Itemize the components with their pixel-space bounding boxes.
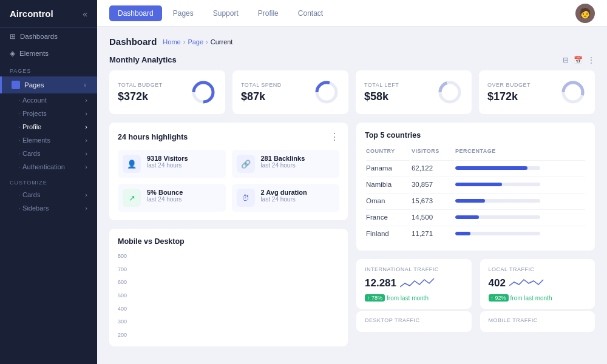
chevron-right-icon: › <box>85 96 87 104</box>
bounce-icon: ↗ <box>123 189 141 207</box>
dashboard-icon: ⊞ <box>10 32 16 41</box>
analytics-header: Monthly Analytics ⊟ 📅 ⋮ <box>109 55 595 64</box>
breadcrumb-page[interactable]: Page <box>188 38 203 46</box>
bar-chart-area: 800 700 600 500 400 300 200 <box>118 253 339 338</box>
more-icon[interactable]: ⋮ <box>588 56 595 64</box>
tab-dashboard[interactable]: Dashboard <box>109 5 162 21</box>
breadcrumb-home[interactable]: Home <box>163 38 180 46</box>
duration-icon: ⏱ <box>237 189 255 207</box>
highlight-backlinks: 🔗 281 Backlinks last 24 hours <box>232 150 340 178</box>
highlights-menu-icon[interactable]: ⋮ <box>330 131 339 143</box>
top-navigation: Dashboard Pages Support Profile Contact … <box>97 0 607 27</box>
tab-support[interactable]: Support <box>205 5 247 21</box>
two-col-section: 24 hours highlights ⋮ 👤 9318 Visitors la… <box>109 123 595 346</box>
tab-profile[interactable]: Profile <box>249 5 287 21</box>
sidebar-item-dashboards[interactable]: ⊞ Dashboards <box>0 28 97 45</box>
collapse-button[interactable]: « <box>83 9 87 19</box>
breadcrumb: Home › Page › Current <box>163 38 232 46</box>
table-row: Panama 62,122 <box>366 160 585 175</box>
sidebar-sub-item-profile[interactable]: · Profile › <box>0 120 97 133</box>
sidebar-sub-item-elements[interactable]: · Elements › <box>0 133 97 147</box>
desktop-mobile-traffic: DESKTOP TRAFFIC MOBILE TRAFFIC <box>356 311 595 332</box>
country-name: Oman <box>366 193 410 208</box>
metric-label: TOTAL BUDGET <box>118 82 163 88</box>
percentage-bar <box>455 177 585 192</box>
y-label: 500 <box>118 292 127 298</box>
pages-icon <box>12 81 20 89</box>
sub-item-label: Profile <box>20 123 85 130</box>
change-label: from last month <box>510 295 552 302</box>
traffic-section: INTERNATIONAL TRAFFIC 12.281 ↑ 78% from … <box>356 259 595 309</box>
metric-value: $372k <box>118 90 163 103</box>
page-title: Dashboard <box>109 36 157 47</box>
highlights-grid: 👤 9318 Visitors last 24 hours 🔗 281 Back… <box>118 150 339 212</box>
percentage-bar <box>455 193 585 208</box>
sidebar-item-pages[interactable]: Pages ∨ <box>0 76 97 93</box>
country-name: Panama <box>366 160 410 175</box>
sidebar-sub-item-cards-customize[interactable]: · Cards › <box>0 188 97 201</box>
table-row: Finland 11,271 <box>366 226 585 241</box>
up-arrow-icon: ↑ 78% <box>365 294 385 302</box>
intl-traffic-label: INTERNATIONAL TRAFFIC <box>365 266 463 272</box>
visitor-count: 11,271 <box>412 226 454 241</box>
chart-wrapper: 800 700 600 500 400 300 200 <box>118 253 339 338</box>
tab-contact[interactable]: Contact <box>290 5 331 21</box>
metric-label: OVER BUDGET <box>487 82 531 88</box>
sub-item-label: Projects <box>20 110 85 117</box>
avatar[interactable]: 🧑 <box>575 4 595 23</box>
table-row: Namibia 30,857 <box>366 177 585 192</box>
chevron-right-icon: › <box>85 163 87 170</box>
intl-traffic-value: 12.281 <box>365 277 396 289</box>
highlight-duration: ⏱ 2 Avg duration last 24 hours <box>232 184 340 212</box>
metric-value: $58k <box>364 90 399 103</box>
y-axis-labels: 800 700 600 500 400 300 200 <box>118 253 131 338</box>
local-traffic-card: LOCAL TRAFFIC 402 ↑ 92% from last month <box>480 259 595 309</box>
metric-label: TOTAL SPEND <box>241 82 282 88</box>
app-name: Aircontrol <box>10 8 53 19</box>
sidebar: Aircontrol « ⊞ Dashboards ◈ Elements PAG… <box>0 0 97 364</box>
percentage-bar <box>455 226 585 241</box>
filter-icon[interactable]: ⊟ <box>563 56 569 64</box>
highlights-header: 24 hours highlights ⋮ <box>118 131 339 143</box>
metric-cards: TOTAL BUDGET $372k TOTAL SPEND $87k <box>109 70 595 114</box>
highlight-sub: last 24 hours <box>147 162 188 169</box>
chevron-right-icon: › <box>85 204 87 212</box>
chevron-right-icon: › <box>85 191 87 198</box>
highlights-title: 24 hours highlights <box>118 133 188 141</box>
sidebar-item-elements[interactable]: ◈ Elements <box>0 45 97 62</box>
sidebar-sub-item-projects[interactable]: · Projects › <box>0 107 97 120</box>
countries-header: Top 5 countries <box>365 131 586 140</box>
sidebar-sub-item-authentication[interactable]: · Authentication › <box>0 160 97 174</box>
up-arrow-icon: ↑ 92% <box>489 294 509 302</box>
highlight-visitors: 👤 9318 Visitors last 24 hours <box>118 150 226 178</box>
sub-item-label: Cards <box>20 191 85 198</box>
chevron-right-icon: › <box>85 136 87 144</box>
chart-header: Mobile vs Desktop <box>118 237 339 246</box>
metric-value: $87k <box>241 90 282 103</box>
mobile-traffic-label: MOBILE TRAFFIC <box>489 317 587 323</box>
y-label: 200 <box>118 332 127 338</box>
percentage-bar <box>455 160 585 175</box>
page-content: Dashboard Home › Page › Current Monthly … <box>97 27 607 364</box>
analytics-title: Monthly Analytics <box>109 55 177 64</box>
visitor-count: 30,857 <box>412 177 454 192</box>
y-label: 400 <box>118 306 127 312</box>
highlight-sub: last 24 hours <box>261 162 305 169</box>
local-sparkline <box>509 275 546 292</box>
donut-chart-budget <box>190 79 217 106</box>
sidebar-sub-item-account[interactable]: · Account › <box>0 93 97 107</box>
y-label: 300 <box>118 318 127 325</box>
desktop-traffic-label: DESKTOP TRAFFIC <box>365 317 463 323</box>
breadcrumb-sep2: › <box>206 38 208 46</box>
sidebar-sub-item-cards[interactable]: · Cards › <box>0 147 97 160</box>
mobile-vs-desktop-card: Mobile vs Desktop 800 700 600 500 400 30… <box>109 229 348 346</box>
intl-sparkline <box>400 275 436 292</box>
intl-traffic-change: ↑ 78% from last month <box>365 294 463 302</box>
elements-icon: ◈ <box>10 49 15 58</box>
sidebar-sub-item-sidebars[interactable]: · Sidebars › <box>0 201 97 215</box>
tab-pages[interactable]: Pages <box>164 5 202 21</box>
calendar-icon[interactable]: 📅 <box>574 56 583 64</box>
analytics-section: Monthly Analytics ⊟ 📅 ⋮ TOTAL BUDGET $37… <box>109 55 595 114</box>
table-row: France 14,500 <box>366 209 585 224</box>
y-label: 600 <box>118 279 127 285</box>
